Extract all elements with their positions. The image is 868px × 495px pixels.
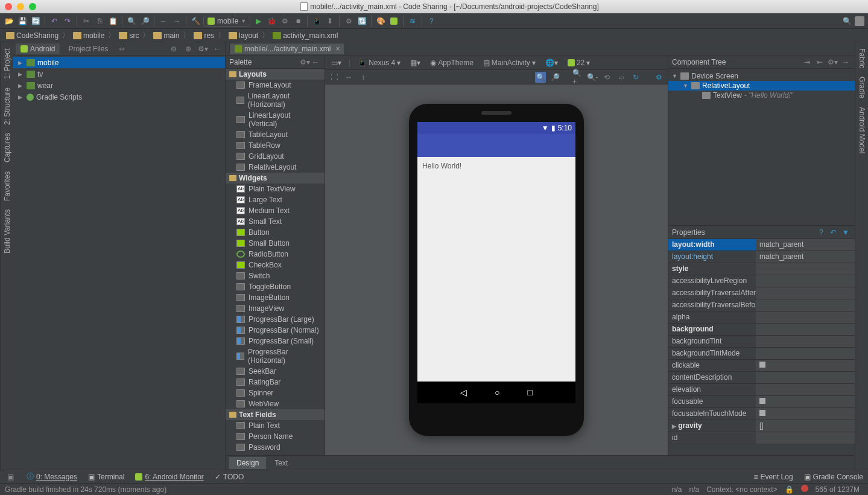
component-tree-item[interactable]: ▼RelativeLayout [668,81,855,91]
hide-icon[interactable]: ← [212,43,223,54]
component-tree-item[interactable]: TextView - "Hello World!" [668,91,855,100]
forward-icon[interactable]: → [171,16,182,27]
project-tree-item[interactable]: ▶mobile [13,57,225,68]
lock-icon[interactable]: 🔒 [781,485,797,494]
cut-icon[interactable]: ✂ [81,16,92,27]
project-structure-icon[interactable]: ⚙ [343,16,354,27]
project-tree-item[interactable]: ▶tv [13,68,225,80]
palette-item[interactable]: AbLarge Text [226,194,325,205]
locale-dropdown[interactable]: 🌐▾ [543,58,560,68]
tool-windows-icon[interactable]: ▣ [5,471,16,482]
sync-gradle-icon[interactable]: 🔃 [356,16,367,27]
redo-icon[interactable]: ↷ [62,16,73,27]
toggle-size-icon[interactable]: ⛶ [329,72,340,83]
palette-item[interactable]: WebView [226,398,325,409]
palette-item[interactable]: ProgressBar (Small) [226,336,325,346]
palette-item[interactable]: ProgressBar (Normal) [226,325,325,336]
tree-settings-icon[interactable]: ⚙▾ [828,57,838,68]
property-row[interactable]: backgroundTint [668,336,855,348]
property-row[interactable]: background [668,324,855,336]
gutter-button[interactable]: 1: Project [2,46,12,81]
undo-icon[interactable]: ↶ [49,16,60,27]
palette-item[interactable]: AbPlain TextView [226,184,325,194]
back-icon[interactable]: ← [158,16,169,27]
palette-item[interactable]: RatingBar [226,377,325,388]
memory-indicator[interactable]: 565 of 1237M [812,485,863,494]
debug-button[interactable]: 🐞 [266,16,277,27]
palette-item[interactable]: RelativeLayout [226,162,325,173]
gutter-button[interactable]: Gradle [857,74,867,101]
palette-item[interactable]: AbSmall Text [226,216,325,227]
properties-restore-icon[interactable]: ↶ [828,227,838,238]
property-row[interactable]: clickable [668,360,855,372]
palette-category[interactable]: Layouts [226,69,325,80]
palette-item[interactable]: Password [226,442,325,453]
pan-icon[interactable]: ▱ [616,72,627,83]
sdk-manager-icon[interactable]: ⬇ [325,16,335,27]
api-level-dropdown[interactable]: 22▾ [565,58,592,68]
close-tab-icon[interactable]: × [335,45,340,53]
component-tree-item[interactable]: ▼Device Screen [668,71,855,81]
property-row[interactable]: layout:heightmatch_parent [668,251,855,263]
close-window-button[interactable] [5,3,12,10]
project-tree-item[interactable]: ▶wear [13,80,225,91]
editor-tab[interactable]: mobile/.../activity_main.xml× [229,43,345,54]
gutter-button[interactable]: Favorites [2,168,12,203]
palette-item[interactable]: SeekBar [226,366,325,377]
palette-settings-icon[interactable]: ⚙▾ [299,57,310,68]
palette-category[interactable]: Widgets [226,173,325,184]
property-row[interactable]: alpha [668,311,855,324]
property-row[interactable]: id [668,432,855,444]
todo-button[interactable]: ✓ TODO [215,473,244,481]
palette-item[interactable]: CheckBox [226,260,325,270]
breadcrumb-item[interactable]: layout [226,31,261,40]
device-preview[interactable]: ▼ ▮ 5:10 Hello World! ◁ ○ [325,85,668,455]
save-icon[interactable]: 💾 [17,16,28,27]
android-monitor-button[interactable]: 6: Android Monitor [135,473,203,481]
gutter-button[interactable]: Fabric [857,46,867,71]
property-row[interactable]: accessibilityTraversalBefore [668,299,855,311]
palette-item[interactable]: TableLayout [226,129,325,140]
property-row[interactable]: contentDescription [668,372,855,384]
palette-item[interactable]: TableRow [226,140,325,151]
design-tab[interactable]: Design [229,457,266,469]
sync-icon[interactable]: 🔄 [30,16,41,27]
palette-item[interactable]: Small Button [226,238,325,249]
property-row[interactable]: layout:widthmatch_parent [668,239,855,251]
breadcrumb-item[interactable]: CodeSharing [4,31,61,40]
layout-variants-icon[interactable]: ▦▾ [408,58,423,68]
palette-item[interactable]: AbMedium Text [226,205,325,216]
target-icon[interactable]: ⊕ [183,43,194,54]
palette-item[interactable]: Switch [226,270,325,281]
align-v-icon[interactable]: ↕ [358,72,369,83]
device-dropdown[interactable]: 📱 Nexus 4▾ [355,58,403,68]
run-config-dropdown[interactable]: mobile▼ [203,16,250,27]
palette-collapse-icon[interactable]: ← [310,57,321,68]
collapse-all-icon[interactable]: ⊖ [168,43,179,54]
help-icon[interactable]: ? [426,16,437,27]
settings-icon[interactable]: ⚙▾ [197,43,208,54]
orientation-toggle[interactable]: ▭▾ [329,58,344,68]
breadcrumb-item[interactable]: src [116,31,141,40]
theme-dropdown[interactable]: ◉ AppTheme [428,58,476,68]
palette-item[interactable]: Person Name [226,431,325,442]
collapse-tree-icon[interactable]: ⇤ [814,57,825,68]
palette-item[interactable]: RadioButton [226,249,325,260]
zoom-out-icon[interactable]: 🔍- [587,72,598,83]
property-row[interactable]: focusableInTouchMode [668,408,855,420]
project-tab-files[interactable]: Project Files [63,43,113,54]
error-indicator-icon[interactable] [801,485,808,492]
project-tab-android[interactable]: Android [16,43,60,54]
property-row[interactable]: focusable [668,396,855,408]
project-tree-item[interactable]: ▶Gradle Scripts [13,91,225,103]
terminal-button[interactable]: ▣ Terminal [88,473,124,481]
zoom-actual-icon[interactable]: 🔎 [550,72,560,83]
property-row[interactable]: accessibilityLiveRegion [668,275,855,287]
reset-zoom-icon[interactable]: ⟲ [601,72,612,83]
expand-icon[interactable]: ⇿ [116,43,127,54]
expand-tree-icon[interactable]: ⇥ [802,57,813,68]
stop-icon[interactable]: ■ [293,16,303,27]
search-everywhere-icon[interactable]: 🔍 [841,16,852,27]
gutter-button[interactable]: Android Model [857,104,867,156]
copy-icon[interactable]: ⎘ [94,16,105,27]
